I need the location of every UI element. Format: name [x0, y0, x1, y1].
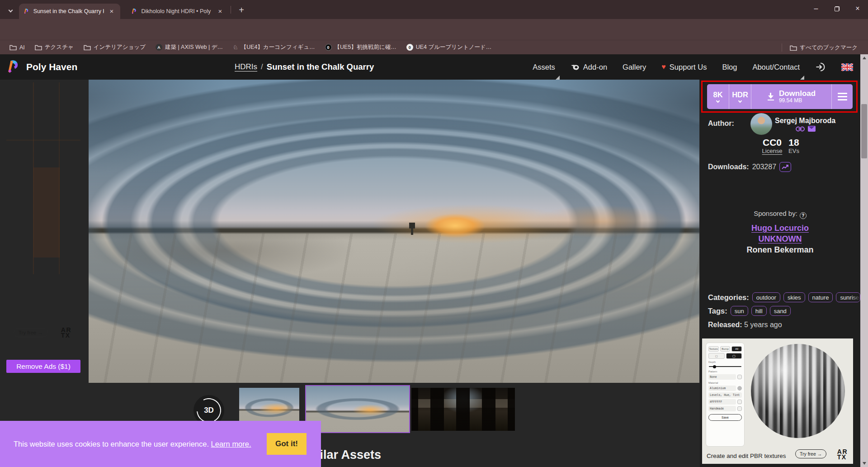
- sponsor-link[interactable]: Hugo Locurcio: [700, 224, 860, 233]
- bookmark-ue4-blueprint[interactable]: 0 UE4 ブループリントノード…: [402, 42, 496, 52]
- format-value: HDR: [732, 91, 748, 98]
- help-icon[interactable]: ?: [800, 212, 807, 219]
- language-button[interactable]: [841, 54, 853, 80]
- sponsored-by-row: Sponsored by:?: [700, 210, 860, 219]
- nav-gallery[interactable]: Gallery: [623, 54, 646, 80]
- chevron-down-icon: [738, 99, 742, 102]
- ad-try-free-button[interactable]: Try free →: [14, 328, 48, 337]
- tag-chip[interactable]: sun: [731, 306, 748, 316]
- artx-logo-line2: TX: [837, 454, 848, 460]
- all-bookmarks-label: すべてのブックマーク: [800, 44, 858, 52]
- scroll-up-arrow[interactable]: [863, 57, 866, 59]
- bookmark-label: テクスチャ: [45, 43, 74, 51]
- new-tab-button[interactable]: +: [235, 4, 248, 17]
- breadcrumb-hdris-link[interactable]: HDRIs: [235, 62, 257, 71]
- ad-edges-option: [737, 406, 742, 411]
- artx-logo-line2: TX: [61, 333, 71, 338]
- bookmark-folder-ai[interactable]: AI: [5, 43, 29, 52]
- resolution-select[interactable]: 8K: [707, 84, 729, 109]
- sponsor-name: Ronen Bekerman: [700, 245, 860, 255]
- uk-flag-icon: [841, 63, 853, 71]
- site-favicon: ♘: [233, 44, 238, 51]
- category-chip[interactable]: sunrise/su: [836, 292, 860, 302]
- login-button[interactable]: [815, 54, 826, 80]
- hdri-preview-image[interactable]: [89, 80, 699, 383]
- categories-label: Categories:: [708, 293, 749, 302]
- nav-addon[interactable]: Add-on: [571, 54, 607, 80]
- breadcrumb: HDRIs / Sunset in the Chalk Quarry: [235, 54, 374, 80]
- site-favicon: 0: [406, 44, 413, 51]
- learn-more-link[interactable]: Learn more.: [211, 440, 251, 448]
- link-icon[interactable]: [796, 126, 805, 132]
- nav-blog[interactable]: Blog: [722, 54, 737, 80]
- resolution-value: 8K: [713, 91, 722, 98]
- category-chip[interactable]: skies: [783, 292, 805, 302]
- download-button[interactable]: Download 99.54 MB: [751, 84, 831, 109]
- heart-icon: ♥: [661, 63, 666, 71]
- bookmark-axis[interactable]: A 建築 | AXIS Web | デ…: [151, 42, 227, 52]
- remove-ads-button[interactable]: Remove Ads ($1): [6, 360, 80, 373]
- author-name[interactable]: Sergej Majboroda: [775, 117, 859, 125]
- category-chip[interactable]: nature: [808, 292, 833, 302]
- screen: Sunset in the Chalk Quarry HDR × Dikholo…: [0, 0, 868, 467]
- restore-button[interactable]: [826, 0, 847, 17]
- email-icon[interactable]: [808, 126, 816, 132]
- bookmark-label: インテリアショップ: [94, 43, 146, 51]
- bookmark-ue4-car[interactable]: ♘ 【UE4】カーコンフィギュ…: [229, 42, 319, 52]
- bookmark-ue5-first[interactable]: 0 【UE5】初挑戦前に確…: [321, 42, 401, 52]
- thumbnail-courtyard[interactable]: [411, 388, 515, 431]
- bookmark-folder-interior[interactable]: インテリアショップ: [80, 42, 150, 52]
- tab-active[interactable]: Sunset in the Chalk Quarry HDR ×: [19, 4, 120, 19]
- category-chip[interactable]: outdoor: [752, 292, 780, 302]
- got-it-button[interactable]: Got it!: [267, 433, 307, 455]
- nav-support-us[interactable]: ♥ Support Us: [661, 54, 707, 80]
- format-select[interactable]: HDR: [729, 84, 751, 109]
- minimize-button[interactable]: –: [806, 0, 826, 17]
- downloads-count: 203287: [752, 163, 776, 171]
- tower-silhouette: [411, 224, 413, 235]
- nav-label: Assets: [533, 63, 555, 71]
- tab-inactive[interactable]: Dikhololo Night HDRI • Poly Ha ×: [127, 4, 229, 19]
- restore-icon: [835, 6, 840, 11]
- tab-search-button[interactable]: [6, 5, 16, 14]
- close-window-button[interactable]: ×: [847, 0, 868, 17]
- license-link[interactable]: License: [760, 148, 785, 154]
- ad-tab-texture: Texture: [708, 346, 719, 352]
- chevron-down-icon: [716, 99, 720, 102]
- right-ad-banner[interactable]: Texture Bump All ▢ ◯ Depth Pattern None …: [702, 338, 853, 464]
- ad-depth-slider: [709, 366, 741, 367]
- close-icon[interactable]: ×: [108, 7, 116, 15]
- scrollbar-thumb[interactable]: [861, 104, 867, 158]
- site-favicon: 0: [325, 44, 332, 51]
- tab-divider: [231, 6, 231, 14]
- author-avatar[interactable]: [750, 113, 772, 135]
- page-scrollbar[interactable]: [860, 54, 868, 467]
- artx-logo: AR TX: [837, 449, 848, 460]
- brand-name: Poly Haven: [26, 62, 77, 72]
- scroll-down-arrow[interactable]: [863, 462, 866, 465]
- bookmarks-separator: [782, 43, 782, 52]
- stats-chart-button[interactable]: [779, 162, 791, 172]
- close-icon[interactable]: ×: [216, 7, 224, 15]
- breadcrumb-separator: /: [261, 62, 263, 71]
- left-ad-banner[interactable]: Try free → AR TX: [6, 82, 80, 356]
- ad-save-button: Save: [708, 414, 742, 421]
- ad-try-free-button[interactable]: Try free →: [795, 449, 826, 458]
- tag-chip[interactable]: hill: [751, 306, 767, 316]
- sponsor-link[interactable]: UNKNOWN: [700, 234, 860, 244]
- bookmark-folder-texture[interactable]: テクスチャ: [31, 42, 78, 52]
- tag-chip[interactable]: sand: [770, 306, 791, 316]
- ad-material-swatch: [737, 386, 742, 391]
- nav-label: Blog: [722, 63, 737, 71]
- nav-assets[interactable]: Assets: [533, 54, 555, 80]
- folder-icon: [790, 45, 797, 51]
- author-label: Author:: [708, 119, 734, 128]
- all-bookmarks-button[interactable]: すべてのブックマーク: [786, 43, 862, 53]
- nav-about-contact[interactable]: About/Contact: [752, 54, 800, 80]
- ad-pattern-value: None: [708, 374, 736, 380]
- cookie-message: This website uses cookies to enhance the…: [14, 440, 251, 448]
- nav-label: About/Contact: [752, 63, 800, 71]
- evs-block: 18 EVs: [784, 138, 804, 154]
- brand-logo[interactable]: Poly Haven: [6, 54, 77, 80]
- download-options-menu[interactable]: [832, 84, 853, 109]
